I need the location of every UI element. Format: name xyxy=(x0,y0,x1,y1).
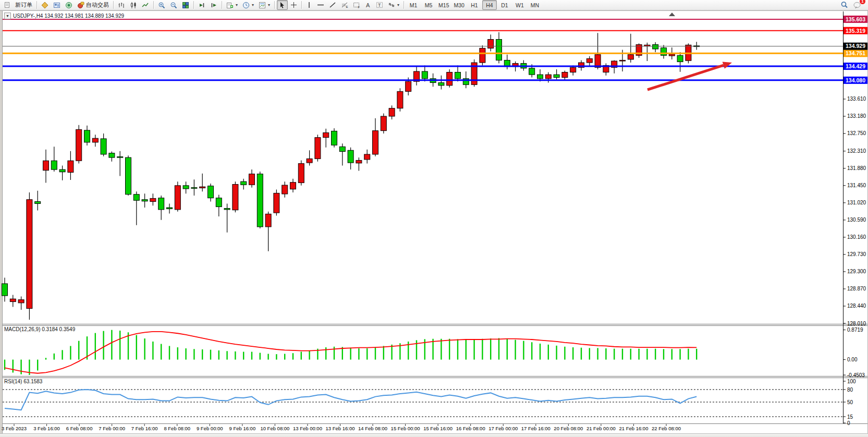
chart-title-text: USDJPY-,H4 134.932 134.981 134.889 134.9… xyxy=(13,13,124,19)
svg-text:15 Feb 00:00: 15 Feb 00:00 xyxy=(391,426,420,431)
data-window-icon[interactable] xyxy=(51,0,63,10)
channel-icon[interactable]: F xyxy=(351,0,362,10)
svg-text:9 Feb 16:00: 9 Feb 16:00 xyxy=(229,426,255,431)
svg-text:F: F xyxy=(358,6,360,9)
svg-text:9 Feb 00:00: 9 Feb 00:00 xyxy=(197,426,223,431)
toolbar-separator xyxy=(193,1,194,9)
svg-text:50: 50 xyxy=(847,399,853,405)
vertical-line-icon[interactable] xyxy=(304,0,314,10)
text-icon[interactable]: A xyxy=(363,0,373,10)
svg-text:135.603: 135.603 xyxy=(846,16,865,22)
bar-chart-icon[interactable] xyxy=(116,0,127,10)
svg-text:134.751: 134.751 xyxy=(846,50,865,56)
template-icon[interactable]: ▾ xyxy=(256,0,272,10)
svg-text:17 Feb 00:00: 17 Feb 00:00 xyxy=(488,426,518,431)
svg-text:3 Feb 2023: 3 Feb 2023 xyxy=(2,426,27,431)
new-chart-icon[interactable] xyxy=(2,0,13,10)
svg-text:132.750: 132.750 xyxy=(847,130,866,136)
chart-shift-icon[interactable] xyxy=(208,0,219,10)
timeframe-label: H1 xyxy=(471,2,478,8)
text-label-icon[interactable]: T xyxy=(374,0,385,10)
status-bar xyxy=(0,433,868,437)
toolbar-separator xyxy=(222,1,222,9)
zoom-in-icon[interactable] xyxy=(156,0,167,10)
rsi-line xyxy=(5,390,696,410)
svg-text:129.730: 129.730 xyxy=(847,251,866,257)
navigator-icon[interactable] xyxy=(63,0,75,10)
trend-arrow-head xyxy=(723,62,732,69)
dropdown-caret: ▾ xyxy=(397,3,399,7)
timeframe-m1[interactable]: M1 xyxy=(406,0,421,10)
svg-text:0: 0 xyxy=(847,420,850,426)
timeframe-label: W1 xyxy=(516,2,524,8)
svg-text:100: 100 xyxy=(847,379,856,384)
candlestick-chart-icon[interactable] xyxy=(128,0,139,10)
new-order-label: 新订单 xyxy=(15,1,32,9)
market-watch-icon[interactable] xyxy=(39,0,51,10)
timeframe-label: M1 xyxy=(410,2,418,8)
period-clock-icon[interactable]: ▾ xyxy=(240,0,256,10)
auto-trading-label: 自动交易 xyxy=(86,1,109,9)
timeframe-label: MN xyxy=(531,2,539,8)
svg-text:0.8719: 0.8719 xyxy=(847,327,863,333)
dropdown-caret: ▾ xyxy=(268,3,270,7)
timeframe-label: H4 xyxy=(486,2,493,8)
trend-arrow xyxy=(647,65,724,90)
main-toolbar: 新订单 自动交易 xyxy=(0,0,868,10)
svg-text:80: 80 xyxy=(847,387,853,393)
svg-text:134.929: 134.929 xyxy=(846,43,865,49)
svg-text:131.020: 131.020 xyxy=(847,200,866,205)
auto-scroll-icon[interactable] xyxy=(196,0,207,10)
svg-text:134.080: 134.080 xyxy=(846,77,865,83)
svg-text:133.610: 133.610 xyxy=(847,96,866,102)
svg-text:14 Feb 08:00: 14 Feb 08:00 xyxy=(358,426,387,431)
crosshair-icon[interactable] xyxy=(288,0,299,10)
timeframe-w1[interactable]: W1 xyxy=(512,0,527,10)
svg-text:21 Feb 16:00: 21 Feb 16:00 xyxy=(619,426,648,431)
macd-panel: 0.87190.00-0.4503 xyxy=(5,327,865,378)
svg-text:E: E xyxy=(346,5,348,8)
fibonacci-icon[interactable]: E xyxy=(339,0,350,10)
add-indicator-icon[interactable]: ▾ xyxy=(224,0,240,10)
timeframe-label: D1 xyxy=(501,2,508,8)
symbol-dropdown-icon[interactable]: ▼ xyxy=(4,13,11,19)
svg-text:132.310: 132.310 xyxy=(847,148,866,154)
chart-title-bar: ▼ USDJPY-,H4 134.932 134.981 134.889 134… xyxy=(4,13,124,19)
zoom-out-icon[interactable] xyxy=(168,0,179,10)
arrows-icon[interactable]: ▾ xyxy=(386,0,401,10)
toolbar-separator xyxy=(274,1,275,9)
timeframe-mn[interactable]: MN xyxy=(528,0,542,10)
timeframe-label: M5 xyxy=(425,2,433,8)
svg-text:6 Feb 08:00: 6 Feb 08:00 xyxy=(66,426,93,431)
timeframe-h4[interactable]: H4 xyxy=(482,0,497,10)
timeframe-label: M30 xyxy=(454,2,464,8)
tile-windows-icon[interactable] xyxy=(180,0,191,10)
svg-text:130.590: 130.590 xyxy=(847,217,866,223)
horizontal-line-icon[interactable] xyxy=(315,0,326,10)
chart-canvas[interactable]: 134.040133.610133.180132.750132.310131.8… xyxy=(0,0,868,437)
trendline-icon[interactable] xyxy=(327,0,338,10)
timeframe-d1[interactable]: D1 xyxy=(497,0,512,10)
notifications-icon[interactable]: 1 xyxy=(851,0,863,10)
svg-text:128.010: 128.010 xyxy=(847,321,866,326)
svg-text:13 Feb 16:00: 13 Feb 16:00 xyxy=(326,426,355,431)
chart-shift-marker xyxy=(669,13,675,16)
svg-text:7 Feb 00:00: 7 Feb 00:00 xyxy=(99,426,125,431)
auto-trading-button[interactable]: 自动交易 xyxy=(75,0,111,10)
search-icon[interactable] xyxy=(838,0,850,10)
svg-text:20 Feb 08:00: 20 Feb 08:00 xyxy=(554,426,583,431)
svg-text:128.870: 128.870 xyxy=(847,286,866,292)
new-order-button[interactable]: 新订单 xyxy=(13,0,34,10)
timeframe-m30[interactable]: M30 xyxy=(452,0,467,10)
cursor-icon[interactable] xyxy=(277,0,288,10)
line-chart-icon[interactable] xyxy=(140,0,151,10)
price-axis: 134.040133.610133.180132.750132.310131.8… xyxy=(843,79,866,326)
timeframe-m5[interactable]: M5 xyxy=(421,0,436,10)
svg-text:22 Feb 08:00: 22 Feb 08:00 xyxy=(652,426,681,431)
svg-text:0.00: 0.00 xyxy=(847,357,858,362)
time-axis: 3 Feb 20233 Feb 16:006 Feb 08:007 Feb 00… xyxy=(2,424,681,431)
timeframe-label: M15 xyxy=(438,2,449,8)
timeframe-h1[interactable]: H1 xyxy=(467,0,482,10)
svg-text:131.450: 131.450 xyxy=(847,183,866,188)
timeframe-m15[interactable]: M15 xyxy=(436,0,451,10)
